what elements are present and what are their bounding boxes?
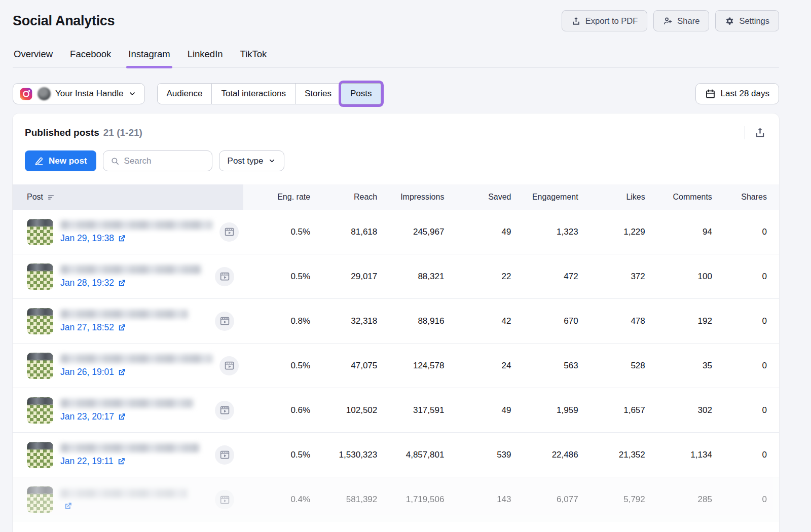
cell-eng-rate: 0.5% xyxy=(243,272,310,282)
column-header-likes[interactable]: Likes xyxy=(578,193,645,202)
cell-saved: 143 xyxy=(444,495,511,505)
post-date: Jan 28, 19:32 xyxy=(60,278,114,288)
video-post-icon xyxy=(215,490,234,509)
cell-comments: 94 xyxy=(645,227,712,237)
table-row: Jan 28, 19:32 0.5% 29,017 88,321 22 472 … xyxy=(13,254,779,299)
tab-tiktok[interactable]: TikTok xyxy=(239,49,268,67)
share-button[interactable]: Share xyxy=(653,10,709,31)
date-range-selector[interactable]: Last 28 days xyxy=(695,83,779,104)
table-row: Jan 26, 19:01 0.5% 47,075 124,578 24 563… xyxy=(13,344,779,388)
post-date-link[interactable]: Jan 23, 20:17 xyxy=(60,411,193,422)
tab-linkedin[interactable]: LinkedIn xyxy=(187,49,224,67)
search-input[interactable] xyxy=(124,156,205,166)
new-post-button[interactable]: New post xyxy=(25,150,96,171)
column-header-post[interactable]: Post xyxy=(13,184,243,210)
column-header-engagement[interactable]: Engagement xyxy=(511,193,578,202)
column-header-saved[interactable]: Saved xyxy=(444,193,511,202)
external-link-icon xyxy=(117,457,126,466)
post-thumbnail xyxy=(27,486,53,513)
export-icon xyxy=(754,127,766,138)
cell-eng-rate: 0.5% xyxy=(243,227,310,237)
cell-shares: 0 xyxy=(712,405,779,415)
cell-reach: 47,075 xyxy=(310,361,377,371)
post-thumbnail xyxy=(27,308,53,334)
cell-eng-rate: 0.8% xyxy=(243,316,310,326)
top-header: Social Analytics Export to PDF Share Set… xyxy=(13,10,779,31)
column-header-eng-rate[interactable]: Eng. rate xyxy=(243,193,310,202)
segment-posts[interactable]: Posts xyxy=(341,83,382,104)
column-header-reach[interactable]: Reach xyxy=(310,193,377,202)
cell-reach: 581,392 xyxy=(310,495,377,505)
post-cell: Jan 22, 19:11 xyxy=(13,433,243,477)
export-icon xyxy=(571,16,581,26)
cell-shares: 0 xyxy=(712,316,779,326)
segment-audience[interactable]: Audience xyxy=(157,83,212,104)
post-cell: Jan 29, 19:38 xyxy=(13,210,243,254)
cell-saved: 539 xyxy=(444,450,511,460)
settings-button[interactable]: Settings xyxy=(715,10,779,31)
pencil-icon xyxy=(34,156,44,166)
export-table-button[interactable] xyxy=(753,126,767,139)
column-header-shares[interactable]: Shares xyxy=(712,193,779,202)
chevron-down-icon xyxy=(128,90,136,98)
cell-reach: 102,502 xyxy=(310,405,377,415)
post-title-blurred xyxy=(60,220,212,230)
account-selector[interactable]: Your Insta Handle xyxy=(13,83,145,104)
external-link-icon xyxy=(118,279,126,287)
post-date-link[interactable]: Jan 26, 19:01 xyxy=(60,367,212,377)
cell-likes: 478 xyxy=(578,316,645,326)
post-meta xyxy=(60,489,187,510)
post-title-blurred xyxy=(60,310,188,319)
video-post-icon xyxy=(215,445,234,465)
cell-shares: 0 xyxy=(712,450,779,460)
filter-row: Your Insta Handle Audience Total interac… xyxy=(13,83,779,104)
post-date-link[interactable]: Jan 27, 18:52 xyxy=(60,322,188,333)
cell-engagement: 1,959 xyxy=(511,405,578,415)
post-date-link[interactable]: Jan 28, 19:32 xyxy=(60,278,201,288)
segment-total-interactions[interactable]: Total interactions xyxy=(212,83,296,104)
table-row: Jan 27, 18:52 0.8% 32,318 88,916 42 670 … xyxy=(13,299,779,344)
cell-eng-rate: 0.5% xyxy=(243,450,310,460)
post-meta: Jan 27, 18:52 xyxy=(60,310,188,333)
cell-likes: 528 xyxy=(578,361,645,371)
cell-likes: 372 xyxy=(578,272,645,282)
tab-overview[interactable]: Overview xyxy=(13,49,54,67)
search-box xyxy=(103,150,212,171)
cell-shares: 0 xyxy=(712,361,779,371)
segment-stories[interactable]: Stories xyxy=(296,83,341,104)
post-cell: Jan 28, 19:32 xyxy=(13,254,243,298)
table-row: Jan 29, 19:38 0.5% 81,618 245,967 49 1,3… xyxy=(13,210,779,254)
post-date-link[interactable]: Jan 22, 19:11 xyxy=(60,456,199,467)
cell-saved: 22 xyxy=(444,272,511,282)
tab-facebook[interactable]: Facebook xyxy=(69,49,112,67)
search-icon xyxy=(110,157,120,166)
post-title-blurred xyxy=(60,443,199,452)
tab-instagram[interactable]: Instagram xyxy=(127,49,171,67)
header-actions: Export to PDF Share Settings xyxy=(562,10,779,31)
post-title-blurred xyxy=(60,399,193,408)
cell-impressions: 124,578 xyxy=(377,361,444,371)
card-count: 21 (1-21) xyxy=(103,127,142,138)
column-header-impressions[interactable]: Impressions xyxy=(377,193,444,202)
cell-comments: 302 xyxy=(645,405,712,415)
post-thumbnail xyxy=(27,353,53,379)
cell-likes: 1,657 xyxy=(578,405,645,415)
post-meta: Jan 28, 19:32 xyxy=(60,265,201,288)
table-row: Jan 23, 20:17 0.6% 102,502 317,591 49 1,… xyxy=(13,388,779,433)
cell-engagement: 472 xyxy=(511,272,578,282)
video-post-icon xyxy=(215,401,234,420)
cell-reach: 29,017 xyxy=(310,272,377,282)
cell-impressions: 245,967 xyxy=(377,227,444,237)
cell-eng-rate: 0.6% xyxy=(243,405,310,415)
post-type-filter[interactable]: Post type xyxy=(219,150,285,171)
post-date-link[interactable] xyxy=(60,502,187,510)
export-to-pdf-button[interactable]: Export to PDF xyxy=(562,10,648,31)
column-header-comments[interactable]: Comments xyxy=(645,193,712,202)
post-cell xyxy=(13,477,243,522)
person-add-icon xyxy=(663,16,673,26)
card-header: Published posts 21 (1-21) xyxy=(13,113,779,143)
cell-likes: 1,229 xyxy=(578,227,645,237)
post-date-link[interactable]: Jan 29, 19:38 xyxy=(60,233,212,244)
video-post-icon xyxy=(215,312,234,331)
cell-impressions: 317,591 xyxy=(377,405,444,415)
